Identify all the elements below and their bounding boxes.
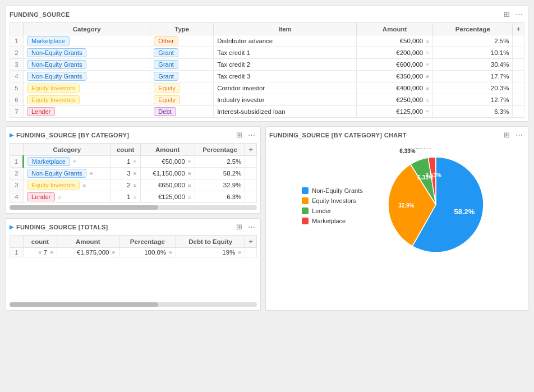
row-pct: 58.2% <box>195 168 245 179</box>
filter-icon-totals[interactable]: ⊞ <box>234 222 244 232</box>
category-badge: Non-Equity Grants <box>27 72 86 81</box>
row-amount: €125,000 ≡ <box>356 106 432 118</box>
funding-source-panel: FUNDING_SOURCE ⊞ ⋯ Category Type Item Am… <box>6 6 528 122</box>
amount-icon[interactable]: ≡ <box>426 38 429 44</box>
more-icon-main[interactable]: ⋯ <box>514 10 524 19</box>
debt-icon[interactable]: ≡ <box>238 250 242 256</box>
cat-icon[interactable]: ≡ <box>58 194 61 200</box>
amount-icon[interactable]: ≡ <box>426 85 429 91</box>
amount-icon[interactable]: ≡ <box>188 170 191 177</box>
count-icon2[interactable]: ≡ <box>50 250 53 256</box>
cat-col-add[interactable]: + <box>245 144 257 156</box>
row-amount: €250,000 ≡ <box>356 94 432 106</box>
cat-icon[interactable]: ≡ <box>73 159 76 165</box>
table-row: 5 Equity Investors Equity Corridor inves… <box>10 82 524 94</box>
category-badge: Non-Equity Grants <box>27 48 86 57</box>
row-pct: 17.7% <box>433 71 513 82</box>
totals-scrollbar-thumb <box>10 302 158 307</box>
panel-title-cat: FUNDING_SOURCE [by Category] <box>16 132 129 139</box>
by-category-panel: ▶ FUNDING_SOURCE [by Category] ⊞ ⋯ Categ… <box>6 126 261 214</box>
row-add <box>513 59 524 71</box>
row-type: Debt <box>150 106 214 118</box>
amount-icon[interactable]: ≡ <box>426 62 429 68</box>
legend-label: Non-Equity Grants <box>312 187 362 194</box>
pie-outside-label: 2.53% <box>415 149 431 150</box>
table-row: 2 Non-Equity Grants Grant Tax credit 1 €… <box>10 47 524 59</box>
amount-icon[interactable]: ≡ <box>188 159 191 165</box>
row-amount: €1,975,000 ≡ <box>57 248 119 257</box>
row-num: 1 <box>10 35 24 47</box>
col-add[interactable]: + <box>513 23 524 35</box>
count-icon[interactable]: ≡ <box>134 170 137 177</box>
table-row: 7 Lender Debt Interest-subsidized loan €… <box>10 106 524 118</box>
panel-header-totals: ▶ FUNDING_SOURCE [Totals] ⊞ ⋯ <box>10 222 257 232</box>
row-item: Tax credit 3 <box>214 71 357 82</box>
row-num: 4 <box>10 191 24 203</box>
cat-col-count: count <box>111 144 140 156</box>
col-item: Item <box>214 23 357 35</box>
amount-icon[interactable]: ≡ <box>188 194 191 200</box>
count-icon[interactable]: ≡ <box>134 194 137 200</box>
category-badge: Lender <box>27 107 55 116</box>
row-category: Equity Investors <box>24 94 150 106</box>
type-badge: Grant <box>154 48 178 57</box>
row-type: Equity <box>150 94 214 106</box>
tot-col-add[interactable]: + <box>245 236 257 248</box>
amount-icon[interactable]: ≡ <box>426 73 429 80</box>
legend-dot <box>302 218 309 224</box>
cat-icon[interactable]: ≡ <box>90 170 93 177</box>
row-category: Marketplace <box>24 35 150 47</box>
row-add <box>513 82 524 94</box>
row-type: Grant <box>150 47 214 59</box>
panel-icons-cat: ⊞ ⋯ <box>234 130 257 140</box>
row-category: Equity Investors <box>24 82 150 94</box>
filter-icon-main[interactable]: ⊞ <box>502 10 512 19</box>
row-add <box>245 179 257 191</box>
cat-icon[interactable]: ≡ <box>82 182 86 188</box>
row-pct: 20.3% <box>433 82 513 94</box>
pie-chart: 58.2%32.9%6.33%2.53%32.9%6.33%2.53% <box>380 149 492 262</box>
row-category: Equity Investors ≡ <box>24 179 111 191</box>
left-panels: ▶ FUNDING_SOURCE [by Category] ⊞ ⋯ Categ… <box>6 126 261 311</box>
cat-col-category: Category <box>24 144 111 156</box>
cat-col-pct: Percentage <box>195 144 245 156</box>
type-badge: Debt <box>154 107 176 116</box>
filter-icon-chart[interactable]: ⊞ <box>502 130 512 140</box>
count-icon[interactable]: ≡ <box>39 250 42 256</box>
chart-panel: FUNDING_SOURCE [by Category] Chart ⊞ ⋯ N… <box>265 126 528 311</box>
panel-header-chart: FUNDING_SOURCE [by Category] Chart ⊞ ⋯ <box>269 130 524 140</box>
amount-icon[interactable]: ≡ <box>426 97 429 103</box>
row-category: Lender <box>24 106 150 118</box>
row-num: 3 <box>10 59 24 71</box>
type-badge: Other <box>154 36 178 45</box>
count-icon[interactable]: ≡ <box>134 159 137 165</box>
amount-icon[interactable]: ≡ <box>426 50 429 56</box>
more-icon-cat[interactable]: ⋯ <box>246 130 257 140</box>
cat-scrollbar[interactable] <box>10 205 257 210</box>
type-badge: Equity <box>154 84 180 93</box>
cat-scrollbar-thumb <box>10 205 158 210</box>
pie-label: 32.9% <box>398 202 414 209</box>
amount-icon[interactable]: ≡ <box>188 182 191 188</box>
totals-scrollbar[interactable] <box>10 302 257 307</box>
panel-icons-totals: ⊞ ⋯ <box>234 222 257 232</box>
amount-icon[interactable]: ≡ <box>112 250 116 256</box>
row-category: Non-Equity Grants <box>24 71 150 82</box>
amount-icon[interactable]: ≡ <box>426 109 429 115</box>
row-item: Tax credit 1 <box>214 47 357 59</box>
bottom-panels: ▶ FUNDING_SOURCE [by Category] ⊞ ⋯ Categ… <box>6 126 528 311</box>
col-category: Category <box>24 23 150 35</box>
row-item: Industry investor <box>214 94 357 106</box>
cat-col-amount: Amount <box>140 144 195 156</box>
row-add <box>245 156 257 168</box>
count-icon[interactable]: ≡ <box>134 182 137 188</box>
panel-title-main: FUNDING_SOURCE <box>10 11 70 18</box>
expand-icon-cat[interactable]: ▶ <box>10 132 14 138</box>
more-icon-totals[interactable]: ⋯ <box>246 222 257 232</box>
pct-icon[interactable]: ≡ <box>169 250 172 256</box>
panel-header-cat: ▶ FUNDING_SOURCE [by Category] ⊞ ⋯ <box>10 130 257 140</box>
filter-icon-cat[interactable]: ⊞ <box>234 130 244 140</box>
row-item: Tax credit 2 <box>214 59 357 71</box>
expand-icon-totals[interactable]: ▶ <box>10 224 14 230</box>
more-icon-chart[interactable]: ⋯ <box>514 130 524 140</box>
